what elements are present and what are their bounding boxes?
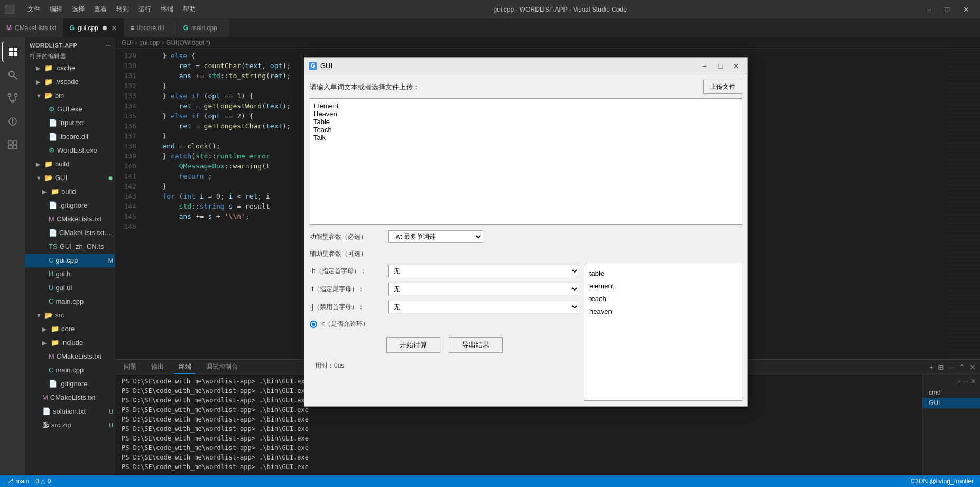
window-close[interactable]: ✕ (957, 5, 976, 14)
file2-icon: 📄 (49, 378, 57, 390)
sidebar-item-vscode[interactable]: ▶ 📁 .vscode (25, 75, 115, 89)
sidebar-item-gitignore2[interactable]: 📄 .gitignore (25, 377, 115, 391)
activity-search[interactable] (2, 64, 23, 86)
dialog-app-icon: G (309, 62, 317, 70)
svg-line-5 (14, 76, 17, 79)
tab-cmake[interactable]: M CMakeLists.txt (0, 18, 63, 37)
calc-btn[interactable]: 开始计算 (386, 337, 440, 353)
breadcrumb-func[interactable]: GUI(QWidget *) (166, 39, 210, 46)
terminal-more-btn[interactable]: ··· (948, 363, 955, 371)
start-letter-row: -h（指定首字母）： 无 (310, 264, 579, 278)
func-param-select[interactable]: -w: 最多单词链 -c: 最多字符数 (388, 230, 483, 243)
dialog-window-controls: − □ ✕ (698, 61, 743, 71)
sidebar-item-src-zip[interactable]: 🗜 src.zip U (25, 418, 115, 432)
activity-debug[interactable] (2, 111, 23, 132)
terminal-list-add[interactable]: + (957, 378, 961, 385)
menu-file[interactable]: 文件 (23, 3, 44, 16)
dialog-maximize-btn[interactable]: □ (714, 61, 727, 71)
menu-view[interactable]: 查看 (90, 3, 111, 16)
sidebar-more-btn[interactable]: ··· (105, 41, 111, 49)
sidebar-item-input-txt[interactable]: 📄 input.txt (25, 116, 115, 130)
sidebar-item-src[interactable]: ▼ 📂 src (25, 308, 115, 322)
end-letter-select[interactable]: 无 (388, 283, 579, 295)
end-letter-row: -t（指定尾字母）： 无 (310, 282, 579, 296)
modified-m-badge: M (108, 255, 113, 266)
terminal-close-btn[interactable]: ✕ (969, 363, 976, 371)
sidebar-item-core[interactable]: ▶ 📁 core (25, 322, 115, 336)
sidebar-item-main-cpp-gui[interactable]: C main.cpp (25, 295, 115, 308)
svg-rect-17 (13, 145, 17, 149)
terminal-session-cmd[interactable]: cmd (922, 387, 980, 398)
terminal-line: PS D:\SE\code_with_me\wordlist-app> .\bi… (122, 415, 916, 424)
terminal-session-gui[interactable]: GUI (922, 398, 980, 408)
sidebar-item-gitignore[interactable]: 📄 .gitignore (25, 199, 115, 212)
sidebar-item-label: CMakeLists.txt.user (59, 227, 113, 239)
sidebar-item-main-cpp-src[interactable]: C main.cpp (25, 363, 115, 377)
tab-gui-cpp[interactable]: G gui.cpp ✕ (63, 18, 124, 37)
sidebar-item-solution-txt[interactable]: 📄 solution.txt U (25, 405, 115, 418)
sidebar-item-gui-h[interactable]: H gui.h (25, 267, 115, 281)
cmake3-icon: M (42, 392, 48, 404)
panel-tab-problems[interactable]: 问题 (119, 360, 141, 374)
terminal-list-close[interactable]: ✕ (970, 378, 976, 385)
window-maximize[interactable]: □ (939, 5, 956, 14)
sidebar-item-build2[interactable]: ▶ 📁 build (25, 185, 115, 199)
menu-edit[interactable]: 编辑 (45, 3, 67, 16)
export-btn[interactable]: 导出结果 (449, 337, 503, 353)
sidebar-item-build[interactable]: ▶ 📁 build (25, 157, 115, 171)
dialog-minimize-btn[interactable]: − (698, 61, 711, 71)
sidebar-item-gui[interactable]: ▼ 📂 GUI ● (25, 171, 115, 185)
activity-git[interactable] (2, 88, 23, 109)
tab-main-cpp[interactable]: G main.cpp (177, 18, 230, 37)
terminal-split-btn[interactable]: ⊞ (938, 363, 944, 371)
sidebar-item-label: src (55, 310, 113, 321)
cycle-radio[interactable] (310, 321, 317, 328)
sidebar-item-include[interactable]: ▶ 📁 include (25, 336, 115, 350)
sidebar-item-cmakelists-root[interactable]: M CMakeLists.txt (25, 391, 115, 405)
activity-extensions[interactable] (2, 134, 23, 155)
status-errors[interactable]: 0 △ 0 (35, 477, 51, 485)
sidebar-item-bin[interactable]: ▼ 📂 bin (25, 89, 115, 102)
status-branch[interactable]: ⎇ main (6, 477, 29, 485)
sidebar-item-gui-cpp-file[interactable]: C gui.cpp M (25, 254, 115, 267)
tab-libcore[interactable]: ≡ libcore.dll (124, 18, 177, 37)
menu-help[interactable]: 帮助 (179, 3, 200, 16)
start-letter-select[interactable]: 无 (388, 265, 579, 277)
svg-rect-15 (13, 141, 17, 144)
sidebar-item-gui-exe[interactable]: ⚙ GUI.exe (25, 102, 115, 116)
sidebar-section-label[interactable]: 打开的编辑器 (25, 51, 115, 61)
tab-close-gui-cpp[interactable]: ✕ (111, 24, 117, 32)
terminal-list-more[interactable]: ··· (963, 378, 968, 385)
menu-terminal[interactable]: 终端 (156, 3, 178, 16)
terminal-add-btn[interactable]: + (929, 363, 933, 371)
folder-icon: 📁 (44, 158, 53, 170)
panel-tab-output[interactable]: 输出 (147, 360, 168, 374)
sidebar-item-cmakelists-src[interactable]: M CMakeLists.txt (25, 350, 115, 363)
sidebar-item-gui-ui[interactable]: U gui.ui (25, 281, 115, 295)
sidebar-item-cache[interactable]: ▶ 📁 .cache (25, 61, 115, 75)
dialog-close-btn[interactable]: ✕ (729, 61, 743, 71)
sidebar-item-libcore-dll[interactable]: 📄 libcore.dll (25, 130, 115, 144)
sidebar-item-label: GUI (55, 172, 106, 184)
menu-run[interactable]: 运行 (134, 3, 155, 16)
breadcrumb-file[interactable]: gui.cpp (139, 39, 160, 46)
modified-badge: ● (108, 172, 113, 184)
panel-tab-terminal[interactable]: 终端 (174, 360, 196, 374)
menu-goto[interactable]: 转到 (112, 3, 133, 16)
sidebar-item-cmakelists-gui[interactable]: M CMakeLists.txt (25, 212, 115, 226)
ban-letter-select[interactable]: 无 (388, 301, 579, 313)
sidebar-item-wordlist-exe[interactable]: ⚙ WordList.exe (25, 144, 115, 157)
sidebar-item-cmakelists-user[interactable]: 📄 CMakeLists.txt.user (25, 226, 115, 240)
terminal-maximize-btn[interactable]: ⌃ (959, 363, 965, 371)
window-minimize[interactable]: − (920, 5, 937, 14)
panel-tab-debug[interactable]: 调试控制台 (202, 360, 242, 374)
gui-dialog[interactable]: G GUI − □ ✕ 请输入单词文本或者选择文件上传： 上传文件 Elemen… (304, 57, 748, 407)
dialog-upload-btn[interactable]: 上传文件 (703, 80, 742, 94)
cmake-icon: M (49, 213, 54, 225)
menu-select[interactable]: 选择 (68, 3, 89, 16)
dialog-text-input[interactable]: Element Heaven Table Teach Talk (310, 98, 742, 225)
activity-explorer[interactable] (2, 41, 23, 62)
sidebar-item-gui-zh[interactable]: TS GUI_zh_CN.ts (25, 240, 115, 254)
breadcrumb-gui[interactable]: GUI (122, 39, 133, 46)
breadcrumb-sep1: › (135, 39, 137, 46)
